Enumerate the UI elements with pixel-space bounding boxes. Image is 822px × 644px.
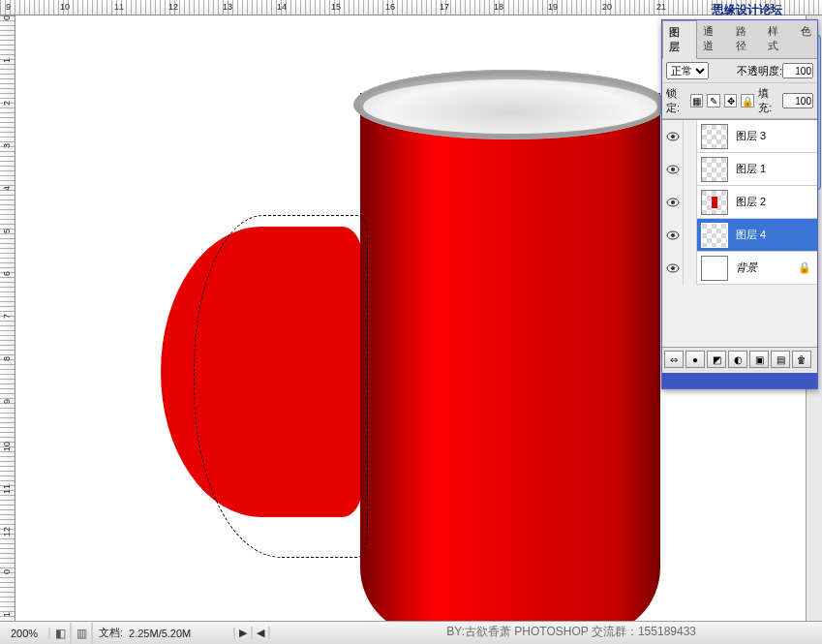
layers-panel-buttons: ⇔ ● ◩ ◐ ▣ ▤ 🗑 — [662, 348, 817, 371]
layer-name[interactable]: 图层 2 — [732, 195, 770, 209]
layer-row[interactable]: 图层 4 — [662, 219, 817, 252]
layer-thumbnail[interactable] — [701, 223, 728, 248]
artwork-cup-lip — [353, 70, 667, 139]
visibility-toggle[interactable] — [662, 186, 684, 219]
ruler-tick: 14 — [277, 2, 287, 12]
ruler-tick: 1 — [2, 58, 12, 63]
ruler-tick: 21 — [656, 2, 666, 12]
panel-tabs: 图层 通道 路径 样式 色 — [662, 20, 817, 59]
fill-label: 填充: — [758, 86, 778, 115]
delete-layer-button[interactable]: 🗑 — [792, 351, 811, 368]
layer-row[interactable]: 图层 2 — [662, 186, 817, 219]
ruler-tick: 1 — [2, 612, 12, 617]
add-mask-button[interactable]: ◩ — [707, 351, 726, 368]
tab-layers[interactable]: 图层 — [662, 20, 697, 59]
layer-row[interactable]: 图层 3 — [662, 120, 817, 153]
ruler-tick: 11 — [2, 484, 12, 494]
lock-slot — [684, 120, 697, 153]
ruler-horizontal[interactable]: 9 10 11 12 13 14 15 16 17 18 19 20 21 22… — [0, 0, 822, 15]
ruler-tick: 6 — [2, 271, 12, 276]
layer-thumbnail[interactable] — [701, 190, 728, 215]
layer-thumbnail[interactable] — [701, 256, 728, 281]
lock-position-icon[interactable]: ✥ — [724, 94, 738, 107]
ruler-tick: 0 — [2, 569, 12, 574]
lock-row: 锁定: ▦ ✎ ✥ 🔒 填充: — [662, 83, 817, 119]
adjustment-layer-button[interactable]: ◐ — [728, 351, 747, 368]
lock-slot — [684, 186, 697, 219]
lock-pixels-icon[interactable]: ✎ — [707, 94, 720, 107]
app-frame: 9 10 11 12 13 14 15 16 17 18 19 20 21 22… — [0, 0, 822, 644]
status-bar: 200% ◧ ▥ 文档: 2.25M/5.20M ▶ ◀ — [0, 621, 822, 644]
eye-icon — [666, 198, 680, 207]
lock-slot — [684, 219, 697, 252]
layer-thumbnail[interactable] — [701, 157, 728, 182]
layer-name[interactable]: 图层 3 — [732, 129, 770, 143]
layer-fx-button[interactable]: ● — [685, 351, 705, 368]
ruler-tick: 8 — [2, 356, 12, 361]
tab-paths[interactable]: 路径 — [730, 20, 763, 58]
lock-slot — [684, 153, 697, 186]
layer-thumbnail[interactable] — [701, 124, 728, 149]
blend-mode-select[interactable]: 正常 — [666, 62, 709, 79]
svg-point-5 — [671, 200, 675, 204]
artwork-cup-body — [360, 93, 660, 621]
visibility-toggle[interactable] — [662, 120, 684, 153]
ruler-tick: 18 — [494, 2, 503, 12]
forum-title: 思缘设计论坛 — [713, 2, 782, 18]
ruler-tick: 3 — [2, 143, 12, 148]
tab-styles[interactable]: 样式 — [762, 20, 795, 58]
visibility-toggle[interactable] — [662, 153, 684, 186]
tab-color[interactable]: 色 — [795, 20, 817, 58]
new-group-button[interactable]: ▣ — [749, 351, 769, 368]
visibility-toggle[interactable] — [662, 219, 684, 252]
blend-opacity-row: 正常 不透明度: — [662, 59, 817, 83]
svg-point-7 — [671, 233, 675, 237]
layer-name[interactable]: 图层 4 — [732, 228, 770, 242]
eye-icon — [666, 132, 680, 141]
layer-row[interactable]: 图层 1 — [662, 153, 817, 186]
opacity-input[interactable] — [782, 63, 813, 78]
status-icon[interactable]: ◧ — [50, 623, 72, 644]
layer-name[interactable]: 背景 — [732, 261, 761, 275]
svg-point-1 — [671, 135, 675, 138]
status-menu-arrow[interactable]: ▶ — [235, 627, 253, 639]
eye-icon — [666, 165, 680, 174]
ruler-tick: 12 — [168, 2, 178, 12]
credit-text: BY:古欲香萧 PHOTOSHOP 交流群：155189433 — [446, 624, 696, 640]
layers-panel[interactable]: 思缘设计论坛 图层 通道 路径 样式 色 正常 不透明度: 锁定: ▦ ✎ ✥ … — [661, 19, 818, 389]
layer-row[interactable]: 背景 🔒 — [662, 252, 817, 285]
lock-all-icon[interactable]: 🔒 — [741, 94, 754, 107]
lock-icon: 🔒 — [798, 261, 817, 274]
ruler-tick: 4 — [2, 186, 12, 191]
opacity-label: 不透明度: — [737, 64, 782, 78]
status-scroll-left[interactable]: ◀ — [253, 627, 270, 639]
doc-label: 文档: — [93, 626, 129, 640]
zoom-level[interactable]: 200% — [0, 628, 50, 639]
ruler-tick: 7 — [2, 314, 12, 319]
ruler-tick: 2 — [2, 101, 12, 106]
eye-icon — [666, 263, 680, 273]
ruler-tick: 0 — [2, 15, 12, 20]
svg-point-9 — [671, 266, 675, 270]
svg-point-3 — [671, 168, 675, 171]
status-icon[interactable]: ▥ — [72, 623, 93, 644]
ruler-tick: 19 — [548, 2, 558, 12]
ruler-tick: 5 — [2, 229, 12, 233]
visibility-toggle[interactable] — [662, 252, 684, 285]
fill-input[interactable] — [782, 93, 813, 108]
ruler-tick: 17 — [440, 2, 449, 12]
tab-channels[interactable]: 通道 — [697, 20, 730, 58]
panel-resize-bar[interactable] — [662, 373, 817, 388]
lock-transparency-icon[interactable]: ▦ — [690, 94, 704, 107]
eye-icon — [666, 230, 680, 240]
layers-list: 图层 3 图层 1 图层 2 图层 4 — [662, 119, 817, 348]
ruler-vertical[interactable]: 0 1 2 3 4 5 6 7 8 9 10 11 12 0 1 — [0, 15, 15, 621]
layer-name[interactable]: 图层 1 — [732, 162, 770, 176]
ruler-tick: 11 — [114, 2, 124, 12]
layers-empty-area — [662, 285, 817, 347]
new-layer-button[interactable]: ▤ — [771, 351, 790, 368]
ruler-tick: 15 — [331, 2, 341, 12]
ruler-tick: 10 — [60, 2, 70, 12]
link-layers-button[interactable]: ⇔ — [664, 351, 684, 368]
lock-label: 锁定: — [666, 86, 686, 115]
